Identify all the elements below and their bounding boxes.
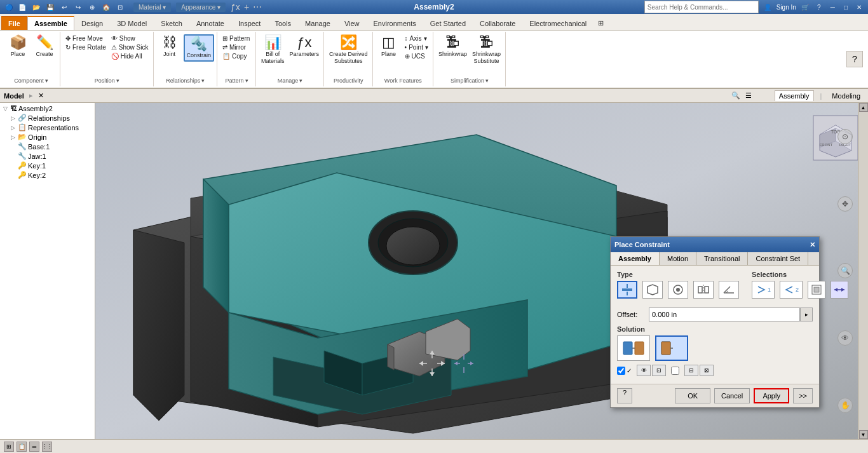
new-icon[interactable]: 📄 [17, 1, 28, 13]
tab-get-started[interactable]: Get Started [423, 17, 473, 30]
shrinkwrap-button[interactable]: 🗜 Shrinkwrap [437, 34, 469, 59]
bom-button[interactable]: 📊 Bill ofMaterials [259, 34, 287, 66]
misc-icon2[interactable]: 🏠 [100, 1, 112, 13]
file-tab[interactable]: File [1, 16, 27, 30]
dialog-close-btn[interactable]: ✕ [810, 241, 815, 249]
model-search-icon[interactable]: 🔍 [731, 91, 740, 100]
status-icon-2[interactable]: 📋 [17, 442, 27, 452]
pattern-button[interactable]: ⊞ Pattern [220, 34, 252, 43]
ribbon-help-icon[interactable]: ? [846, 51, 863, 67]
tab-sketch[interactable]: Sketch [154, 17, 189, 30]
tab-annotate[interactable]: Annotate [189, 17, 231, 30]
look-at-button[interactable]: 👁 [837, 330, 853, 346]
status-icon-1[interactable]: ⊞ [4, 442, 14, 452]
joint-button[interactable]: ⛓ Joint [157, 34, 182, 59]
extra-btn-1[interactable]: ⊟ [684, 365, 698, 376]
model-menu-icon[interactable]: ☰ [745, 91, 752, 100]
free-rotate-button[interactable]: ↻ Free Rotate [64, 43, 108, 51]
tab-tools[interactable]: Tools [268, 17, 298, 30]
hand-button[interactable]: ✋ [837, 398, 853, 413]
plane-button[interactable]: ◫ Plane [376, 34, 402, 59]
save-icon[interactable]: 💾 [44, 1, 56, 13]
simplification-group-label[interactable]: Simplification ▾ [437, 76, 503, 85]
offset-expand-btn[interactable]: ▸ [800, 308, 813, 321]
selection-1-btn[interactable]: 1 [752, 281, 775, 299]
appearance-dropdown[interactable]: Appearance ▾ [176, 3, 226, 12]
axis-button[interactable]: ↕ Axis ▾ [403, 34, 430, 43]
tree-item-relationships[interactable]: ▷ 🔗 Relationships [1, 113, 93, 123]
position-group-label[interactable]: Position ▾ [64, 76, 151, 85]
tab-assemble[interactable]: Assemble [27, 16, 74, 30]
offset-checkbox[interactable] [617, 367, 625, 375]
minimize-button[interactable]: ─ [828, 3, 837, 11]
tab-more[interactable]: ⊞ [593, 16, 608, 30]
flip-btn[interactable] [831, 281, 848, 299]
scroll-down-btn[interactable]: ▼ [859, 430, 868, 439]
pattern-group-label[interactable]: Pattern ▾ [220, 76, 253, 85]
create-derived-button[interactable]: 🔀 Create DerivedSubstitutes [327, 34, 370, 66]
view-btn-2[interactable]: ⊡ [652, 365, 666, 376]
constraint-mate-btn[interactable] [617, 281, 637, 299]
copy-button[interactable]: 📋 Copy [220, 52, 252, 60]
hide-all-button[interactable]: 🚫 Hide All [109, 52, 151, 60]
tree-item-base[interactable]: 🔧 Base:1 [1, 142, 93, 151]
tab-assembly[interactable]: Assembly [775, 90, 814, 101]
pan-button[interactable]: ✥ [837, 196, 853, 212]
tree-item-origin[interactable]: ▷ 📂 Origin [1, 132, 93, 142]
preview-toggle-btn[interactable] [808, 281, 825, 299]
mirror-button[interactable]: ⇌ Mirror [220, 43, 252, 51]
tab-electromechanical[interactable]: Electromechanical [522, 17, 593, 30]
tab-environments[interactable]: Environments [367, 17, 423, 30]
shrinkwrap-sub-button[interactable]: 🗜 ShrinkwrapSubstitute [470, 34, 503, 66]
help-icon[interactable]: ? [814, 2, 824, 12]
show-sick-button[interactable]: ⚠ Show Sick [109, 43, 151, 51]
close-button[interactable]: ✕ [854, 3, 864, 11]
ok-button[interactable]: OK [675, 388, 710, 403]
open-icon[interactable]: 📂 [31, 1, 42, 13]
solution-2-btn[interactable] [655, 335, 688, 361]
tab-manage[interactable]: Manage [298, 17, 337, 30]
solution-1-btn[interactable] [617, 335, 650, 361]
dialog-tab-motion[interactable]: Motion [660, 252, 696, 265]
tab-3dmodel[interactable]: 3D Model [110, 17, 154, 30]
sign-in-label[interactable]: Sign In [776, 4, 796, 11]
create-button[interactable]: ✏️ Create [32, 34, 57, 59]
extra-btn-2[interactable]: ⊠ [700, 365, 714, 376]
scroll-up-btn[interactable]: ▲ [859, 103, 868, 112]
point-button[interactable]: • Point ▾ [403, 43, 430, 51]
close-model-btn[interactable]: ✕ [38, 91, 44, 100]
check-offset[interactable]: ✓ [617, 367, 632, 375]
relationships-group-label[interactable]: Relationships ▾ [157, 76, 215, 85]
component-group-label[interactable]: Component ▾ [5, 76, 57, 85]
apply-button[interactable]: Apply [754, 388, 789, 403]
misc-icon1[interactable]: ⊕ [86, 1, 98, 13]
cart-icon[interactable]: 🛒 [800, 2, 810, 12]
maximize-button[interactable]: □ [841, 3, 850, 11]
check-extra[interactable] [671, 367, 679, 375]
orbit-button[interactable]: ⊙ [837, 129, 853, 144]
view-btn-1[interactable]: 👁 [637, 365, 651, 376]
place-button[interactable]: 📦 Place [5, 34, 31, 59]
tree-item-representations[interactable]: ▷ 📋 Representations [1, 123, 93, 132]
user-icon[interactable]: 👤 [763, 2, 773, 12]
help-search-input[interactable] [644, 1, 759, 13]
undo-icon[interactable]: ↩ [58, 1, 70, 13]
cancel-button[interactable]: Cancel [714, 388, 750, 403]
manage-group-label[interactable]: Manage ▾ [259, 76, 321, 85]
tab-collaborate[interactable]: Collaborate [473, 17, 522, 30]
help-dialog-btn[interactable]: ? [617, 388, 632, 403]
show-button[interactable]: 👁 Show [109, 34, 151, 43]
constrain-button[interactable]: 🔩 Constrain [184, 34, 215, 62]
constraint-symmetry-btn[interactable] [693, 281, 714, 299]
tab-view[interactable]: View [337, 17, 367, 30]
constraint-flush-btn[interactable] [642, 281, 663, 299]
tree-item-key1[interactable]: 🔑 Key:1 [1, 161, 93, 170]
tree-root[interactable]: ▽ 🏗 Assembly2 [1, 104, 93, 113]
misc-icon3[interactable]: ⊡ [114, 1, 126, 13]
tab-modeling[interactable]: Modeling [828, 91, 864, 101]
redo-icon[interactable]: ↪ [72, 1, 84, 13]
dialog-tab-constraint-set[interactable]: Constraint Set [748, 252, 808, 265]
tree-item-key2[interactable]: 🔑 Key:2 [1, 170, 93, 180]
tab-design[interactable]: Design [74, 17, 110, 30]
offset-input[interactable] [649, 308, 800, 321]
